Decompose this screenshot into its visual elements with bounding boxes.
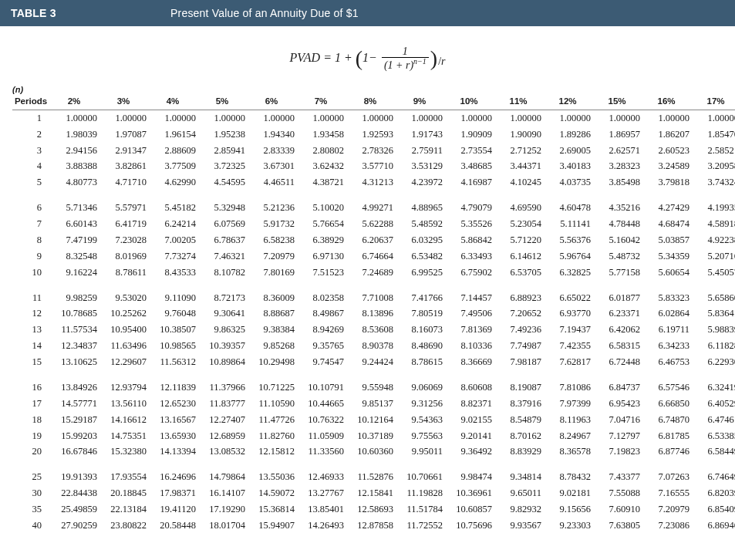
cell-value: 9.38384 bbox=[247, 322, 296, 338]
cell-value: 12.87858 bbox=[346, 518, 395, 534]
cell-value: 9.98259 bbox=[49, 285, 99, 306]
cell-period: 20 bbox=[12, 444, 49, 464]
cell-period: 12 bbox=[12, 305, 49, 322]
cell-value: 15.29187 bbox=[49, 412, 99, 428]
cell-value: 10.39357 bbox=[197, 338, 247, 354]
cell-value: 7.71008 bbox=[346, 285, 395, 306]
cell-value: 6.87746 bbox=[642, 444, 691, 464]
cell-value: 4.92238 bbox=[691, 232, 735, 248]
cell-value: 6.60143 bbox=[49, 216, 99, 232]
cell-value: 7.42355 bbox=[543, 338, 592, 354]
cell-value: 16.24696 bbox=[148, 464, 197, 485]
cell-value: 10.12164 bbox=[346, 412, 395, 428]
cell-value: 1.86207 bbox=[642, 127, 691, 143]
cell-value: 9.36492 bbox=[444, 444, 494, 464]
table-title: Present Value of an Annuity Due of $1 bbox=[161, 7, 359, 19]
cell-period: 3 bbox=[12, 143, 49, 159]
cell-value: 7.80519 bbox=[395, 305, 444, 322]
cell-value: 5.83323 bbox=[642, 285, 691, 306]
cell-value: 2.58521 bbox=[691, 143, 735, 159]
cell-value: 15.36814 bbox=[247, 501, 296, 518]
formula-denominator: (1 + r)n−1 bbox=[382, 58, 429, 71]
cell-value: 5.32948 bbox=[197, 195, 247, 216]
cell-value: 4.68474 bbox=[642, 216, 691, 232]
cell-value: 7.20652 bbox=[494, 305, 543, 322]
cell-value: 3.85498 bbox=[592, 174, 642, 195]
cell-value: 6.38929 bbox=[296, 232, 346, 248]
cell-value: 4.46511 bbox=[247, 174, 296, 195]
cell-value: 8.72173 bbox=[197, 285, 247, 306]
cell-value: 5.86842 bbox=[444, 232, 494, 248]
table-head: Periods 2% 3% 4% 5% 6% 7% 8% 9% 10% 11% … bbox=[12, 94, 735, 110]
cell-value: 6.01877 bbox=[592, 285, 642, 306]
cell-value: 19.91393 bbox=[49, 464, 99, 485]
cell-value: 13.10625 bbox=[49, 354, 99, 375]
col-rate: 10% bbox=[444, 94, 494, 110]
periods-header-vertical: (n) bbox=[0, 85, 735, 94]
cell-value: 6.07569 bbox=[197, 216, 247, 232]
cell-value: 5.21236 bbox=[247, 195, 296, 216]
cell-value: 11.19828 bbox=[395, 485, 444, 501]
table-row: 98.325488.019697.732747.463217.209796.97… bbox=[12, 248, 735, 265]
cell-value: 8.10336 bbox=[444, 338, 494, 354]
cell-value: 8.10782 bbox=[197, 265, 247, 285]
cell-value: 7.20979 bbox=[247, 248, 296, 265]
table-row: 1613.8492612.9379412.1183911.3796610.712… bbox=[12, 375, 735, 396]
cell-value: 8.82371 bbox=[444, 396, 494, 412]
cell-value: 9.85268 bbox=[247, 338, 296, 354]
cell-period: 18 bbox=[12, 412, 49, 428]
cell-value: 6.86946 bbox=[691, 518, 735, 534]
cell-value: 1.96154 bbox=[148, 127, 197, 143]
cell-value: 6.33493 bbox=[444, 248, 494, 265]
cell-value: 2.62571 bbox=[592, 143, 642, 159]
table-row: 1513.1062512.2960711.5631210.8986410.294… bbox=[12, 354, 735, 375]
cell-value: 12.93794 bbox=[99, 375, 148, 396]
col-rate: 17% bbox=[691, 94, 735, 110]
cell-period: 13 bbox=[12, 322, 49, 338]
cell-value: 1.00000 bbox=[691, 110, 735, 126]
cell-value: 1.00000 bbox=[395, 110, 444, 126]
cell-value: 7.97399 bbox=[543, 396, 592, 412]
right-paren-icon: ) bbox=[430, 46, 437, 70]
cell-value: 5.35526 bbox=[444, 216, 494, 232]
formula: PVAD = 1 + (1− 1 (1 + r)n−1 )/r bbox=[0, 26, 735, 85]
cell-value: 11.05909 bbox=[296, 428, 346, 444]
cell-value: 4.23972 bbox=[395, 174, 444, 195]
cell-value: 11.33560 bbox=[296, 444, 346, 464]
cell-value: 5.62288 bbox=[346, 216, 395, 232]
cell-value: 9.85137 bbox=[346, 396, 395, 412]
cell-value: 3.57710 bbox=[346, 158, 395, 174]
cell-value: 4.27429 bbox=[642, 195, 691, 216]
cell-value: 7.00205 bbox=[148, 232, 197, 248]
cell-value: 8.78611 bbox=[99, 265, 148, 285]
cell-value: 4.60478 bbox=[543, 195, 592, 216]
cell-value: 10.38507 bbox=[148, 322, 197, 338]
cell-value: 20.58448 bbox=[148, 518, 197, 534]
cell-value: 22.13184 bbox=[99, 501, 148, 518]
cell-value: 6.03295 bbox=[395, 232, 444, 248]
cell-value: 6.34233 bbox=[642, 338, 691, 354]
formula-numerator: 1 bbox=[382, 46, 429, 58]
cell-value: 8.54879 bbox=[494, 412, 543, 428]
col-rate: 16% bbox=[642, 94, 691, 110]
cell-value: 10.37189 bbox=[346, 428, 395, 444]
cell-value: 8.16073 bbox=[395, 322, 444, 338]
cell-value: 8.94269 bbox=[296, 322, 346, 338]
cell-value: 4.54595 bbox=[197, 174, 247, 195]
col-rate: 6% bbox=[247, 94, 296, 110]
cell-value: 5.98839 bbox=[691, 322, 735, 338]
cell-value: 14.26493 bbox=[296, 518, 346, 534]
cell-period: 8 bbox=[12, 232, 49, 248]
cell-value: 12.58693 bbox=[346, 501, 395, 518]
cell-value: 2.94156 bbox=[49, 143, 99, 159]
cell-value: 13.08532 bbox=[197, 444, 247, 464]
cell-period: 5 bbox=[12, 174, 49, 195]
cell-value: 8.24967 bbox=[543, 428, 592, 444]
cell-value: 20.18845 bbox=[99, 485, 148, 501]
cell-value: 7.23028 bbox=[99, 232, 148, 248]
cell-value: 1.90090 bbox=[494, 127, 543, 143]
cell-value: 6.93770 bbox=[543, 305, 592, 322]
cell-value: 4.62990 bbox=[148, 174, 197, 195]
cell-period: 11 bbox=[12, 285, 49, 306]
formula-fraction: 1 (1 + r)n−1 bbox=[382, 46, 429, 71]
